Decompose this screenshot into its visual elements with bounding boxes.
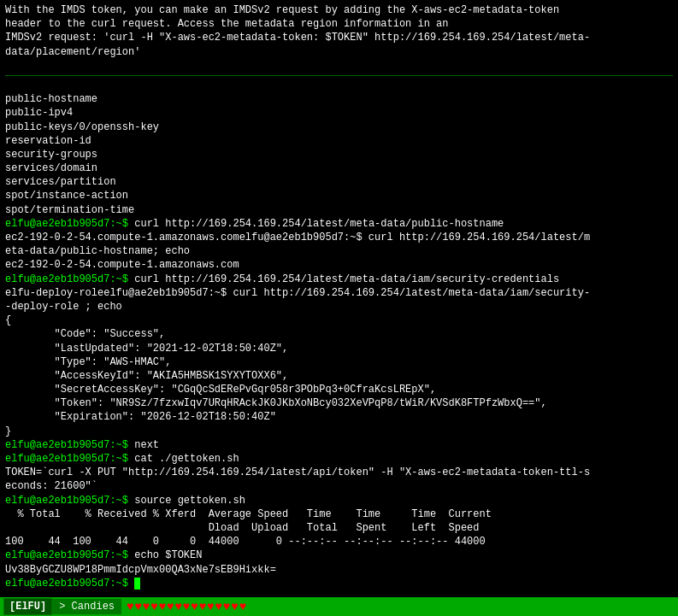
terminal-line: public-hostname [5,92,673,106]
terminal-line: { [5,314,673,327]
terminal-line: elfu-deploy-roleelfu@ae2eb1b905d7:~$ cur… [5,286,673,300]
prompt: elfu@ae2eb1b905d7:~$ [5,578,134,590]
terminal-line: elfu@ae2eb1b905d7:~$ next [5,438,673,452]
terminal-line: econds: 21600"` [5,479,673,493]
status-name-label: > Candies [52,599,121,614]
terminal-line: "Code": "Success", [5,327,673,341]
terminal-line: "Type": "AWS-HMAC", [5,355,673,369]
terminal-line: reservation-id [5,134,673,148]
terminal-line: } [5,425,673,438]
terminal-line: "Token": "NR9Sz/7fzxwIqv7URqHRAckJK0JKbX… [5,396,673,410]
terminal-line: data/placement/region' [5,45,673,59]
terminal-line: "LastUpdated": "2021-12-02T18:50:40Z", [5,342,673,355]
terminal-line: elfu@ae2eb1b905d7:~$ curl http://169.254… [5,217,673,231]
terminal-line: elfu@ae2eb1b905d7:~$ [5,577,673,590]
separator [5,75,673,76]
prompt: elfu@ae2eb1b905d7:~$ [5,218,134,230]
terminal-line: public-keys/0/openssh-key [5,120,673,134]
terminal-line: services/domain [5,161,673,175]
terminal-line: Uv38ByGCZU8WP18PmmIdcpVmx00QA3xNe7sEB9Hi… [5,563,673,577]
terminal: With the IMDS token, you can make an IMD… [0,0,678,616]
command: echo $TOKEN [134,549,202,561]
terminal-line: 100 44 100 44 0 0 44000 0 --:--:-- --:--… [5,535,673,549]
terminal-line: "AccessKeyId": "AKIA5HMBSK1SYXYTOXX6", [5,369,673,383]
status-progress: ♥♥♥♥♥♥♥♥♥♥♥♥♥♥♥ [121,598,252,615]
terminal-line: "SecretAccessKey": "CGqQcSdERePvGqr058r3… [5,383,673,396]
terminal-line [5,59,673,73]
status-bar: [ElFU] > Candies ♥♥♥♥♥♥♥♥♥♥♥♥♥♥♥ [0,597,678,616]
terminal-line: eta-data/public-hostname; echo [5,244,673,258]
terminal-line [5,79,673,92]
terminal-line: IMDSv2 request: 'curl -H "X-aws-ec2-meta… [5,31,673,44]
terminal-line: -deploy-role ; echo [5,300,673,314]
terminal-line: spot/termination-time [5,203,673,217]
command: cat ./gettoken.sh [134,453,239,465]
terminal-line: spot/instance-action [5,189,673,202]
terminal-line: services/partition [5,175,673,189]
prompt: elfu@ae2eb1b905d7:~$ [5,439,134,451]
command: source gettoken.sh [134,495,245,507]
terminal-output[interactable]: With the IMDS token, you can make an IMD… [0,0,678,597]
command: curl http://169.254.169.254/latest/meta-… [134,218,504,230]
terminal-line: Dload Upload Total Spent Left Speed [5,521,673,535]
prompt: elfu@ae2eb1b905d7:~$ [5,273,134,285]
prompt: elfu@ae2eb1b905d7:~$ [5,549,134,561]
command: next [134,439,159,451]
terminal-line: ec2-192-0-2-54.compute-1.amazonaws.com [5,258,673,272]
command: curl http://169.254.169.254/latest/meta-… [134,273,559,285]
terminal-line: security-groups [5,148,673,161]
terminal-line: public-ipv4 [5,106,673,120]
cursor [134,578,140,590]
terminal-line: % Total % Received % Xferd Average Speed… [5,507,673,521]
terminal-line: ec2-192-0-2-54.compute-1.amazonaws.comel… [5,231,673,244]
prompt: elfu@ae2eb1b905d7:~$ [5,495,134,507]
terminal-line: elfu@ae2eb1b905d7:~$ echo $TOKEN [5,549,673,562]
terminal-line: TOKEN=`curl -X PUT "http://169.254.169.2… [5,466,673,479]
terminal-line: header to the curl request. Access the m… [5,17,673,31]
terminal-line: "Expiration": "2026-12-02T18:50:40Z" [5,410,673,424]
terminal-line: elfu@ae2eb1b905d7:~$ curl http://169.254… [5,273,673,286]
terminal-line: elfu@ae2eb1b905d7:~$ cat ./gettoken.sh [5,452,673,466]
status-emu-label: [ElFU] [3,598,52,615]
terminal-line: With the IMDS token, you can make an IMD… [5,3,673,17]
prompt: elfu@ae2eb1b905d7:~$ [5,453,134,465]
terminal-line: elfu@ae2eb1b905d7:~$ source gettoken.sh [5,494,673,507]
